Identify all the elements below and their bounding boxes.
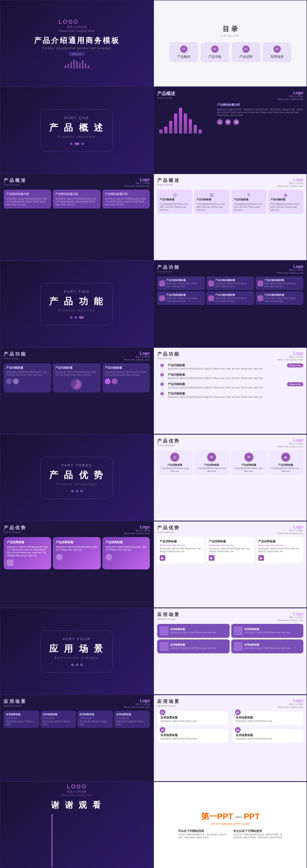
advc2-logo: Logo 置替人公司名称 Please enter company name xyxy=(277,525,303,535)
advc2-icon-2: ▶ xyxy=(209,555,214,561)
scene2-card-3: 应用场景标题 应用场景标题 请在此处录入您的文字 Please enter. xyxy=(77,711,113,728)
ov-card2-text-2: 产品功能描述内容 Please enter: other: text here.… xyxy=(196,203,227,211)
bar-5 xyxy=(76,61,78,68)
scenen-title-3: 应用场景标题 xyxy=(160,733,225,737)
brand-content: 第一PPT — PPT HTTP://WWW.1PPT.COM 可以在下列网站找… xyxy=(178,811,282,839)
scene2-logo-small: 置替人公司名称 Please enter company name xyxy=(124,703,150,708)
chart-bar-5 xyxy=(179,108,182,134)
ov-card2-4: ◈ 产品功能标题 产品功能描述内容 Please enter: other: t… xyxy=(268,190,303,214)
func1-item-5-text: 请在此处录入您的文字内容 Please enter: other text he… xyxy=(215,297,252,303)
slide-brand: 第一PPT — PPT HTTP://WWW.1PPT.COM 可以在下列网站找… xyxy=(154,782,307,868)
tl-btn-3[interactable]: Please enter xyxy=(287,382,303,386)
func1-item-6-content: 产品功能标题标题 请在此处录入您的文字内容 Please enter: othe… xyxy=(264,293,301,303)
overview-content-text: 请在此处录入您的文字内容，请在此处录入您的文字内容，请在此处录入您的文字内容，请… xyxy=(217,108,303,117)
advc1-card-3: 产品优势标题 请在此处录入您的文字内容请在此处录入您的文字 Please ent… xyxy=(102,537,150,569)
bar-9 xyxy=(88,65,89,68)
part-three-title: 产 品 优 势 xyxy=(49,469,104,481)
chart-bar-3 xyxy=(169,121,172,134)
tl-title-2: 产品功能标题 xyxy=(168,373,303,377)
ty-bar-9 xyxy=(51,864,53,867)
adv-icons-grid: ◎ 产品优势标题 产品优势描述内容 Please enter: other te… xyxy=(157,450,303,475)
func1-icon-3 xyxy=(257,281,263,286)
scene1-card-1-text: 请在此处录入您的文字内容 Please enter other text. xyxy=(170,631,217,634)
advc2-section-title: 产 品 优 势 xyxy=(157,525,179,531)
scenen-num-1: 01 xyxy=(160,709,165,715)
func-tl-logo-main: Logo xyxy=(277,351,303,356)
scene2-section-sub: Application example xyxy=(4,705,25,707)
func1-item-3-text: 请在此处录入您的文字内容 Please enter: other text he… xyxy=(264,282,301,288)
slide-scene-numbered: 应 用 场 景 Application example Logo 置替人公司名称… xyxy=(154,695,307,782)
bar-8 xyxy=(85,63,86,68)
advc1-card-3-title: 产品优势标题 xyxy=(106,540,147,544)
tl-text-1: 请在此处录入您的文字内容请在此处录入您的文字 Please enter: oth… xyxy=(168,367,285,370)
ov-card-3-text: 请在此处录入您的文字内容请在此处录入您的文字内容请在此处录入您的文字内容 Ple… xyxy=(105,197,147,206)
tl-item-3: 产品功能标题 请在此处录入您的文字内容请在此处录入您的文字 Please ent… xyxy=(157,382,303,389)
func1-item-6-title: 产品功能标题标题 xyxy=(264,293,301,297)
scene1-card-3-title: 应用场景标题 xyxy=(170,643,217,647)
slides-grid: LOGO 置替人公司名称 Please enter company name 产… xyxy=(0,0,307,868)
cat-circle-1: 01 xyxy=(180,45,187,53)
advc1-section-sub: Product advantage xyxy=(4,531,25,533)
slide-function-cards2: 产 品 功 能 Product function Logo 置替人公司名称 Pl… xyxy=(0,347,154,434)
advc1-header: 产 品 优 势 Product advantage Logo 置替人公司名称 P… xyxy=(4,525,150,535)
ty-bar-6 xyxy=(51,845,53,851)
scene1-card-4-text: 请在此处录入您的文字内容 Please enter other text. xyxy=(244,647,291,650)
scene2-card-2-text: 请在此处录入您的文字 Please enter. xyxy=(43,720,74,726)
func-tl-logo-small: 置替人公司名称 Please enter company name xyxy=(277,356,303,361)
part-four-label: PART FOUR xyxy=(49,637,104,641)
func1-title-block: 产 品 功 能 Product function xyxy=(157,264,179,273)
icon-3: ◈ xyxy=(233,119,239,125)
func2-section-sub: Product function xyxy=(4,357,25,360)
thankyou-content: LOGO 置替人公司名称 Please enter company name 谢… xyxy=(51,783,102,867)
ov-card2-title-1: 产品功能标题 xyxy=(160,198,190,202)
func1-item-2-title: 产品功能标题标题 xyxy=(215,279,252,282)
scenen-header: 应 用 场 景 Application example Logo 置替人公司名称… xyxy=(157,698,303,708)
scene1-grid: 应用场景标题 请在此处录入您的文字内容 Please enter other t… xyxy=(157,624,303,653)
scene1-card-1-title: 应用场景标题 xyxy=(170,628,217,631)
scenen-section-title: 应 用 场 景 xyxy=(157,698,179,705)
timeline-container: 产品功能标题 请在此处录入您的文字内容请在此处录入您的文字 Please ent… xyxy=(157,363,303,399)
ov-card-1-text: 请在此处录入您的文字内容请在此处录入您的文字内容请在此处录入您的文字内容 Ple… xyxy=(6,197,49,206)
cat-label-1: 产品概述 xyxy=(172,54,196,59)
brand-title-text: 第一PPT xyxy=(201,811,233,822)
cover-sub-title: Product Introduction general ppt templat… xyxy=(42,47,111,50)
overview-content-area: 产品模块标题内容 请在此处录入您的文字内容，请在此处录入您的文字内容，请在此处录… xyxy=(217,103,303,136)
bar-3 xyxy=(70,62,72,68)
func2-card-1-text: 请在此处录入您的文字内容请在此处录入您的文字内容 Please enter: o… xyxy=(6,371,49,376)
scene2-card-1: 应用场景标题 应用场景标题 请在此处录入您的文字 Please enter. xyxy=(4,711,39,728)
advc1-icon-2 xyxy=(56,554,63,560)
slide-adv-cards2: 产 品 优 势 Product advantage Logo 置替人公司名称 P… xyxy=(154,521,307,608)
overview-info-header: 产品概述 Product overview Logo 置替人公司名称 Pleas… xyxy=(157,91,303,100)
scene2-card-3-sub: 应用场景标题 xyxy=(79,717,111,719)
func1-item-6-text: 请在此处录入您的文字内容 Please enter: other text he… xyxy=(264,297,301,303)
advc1-logo: Logo 置替人公司名称 Please enter company name xyxy=(124,525,150,535)
scenen-logo: Logo 置替人公司名称 Please enter company name xyxy=(277,698,303,708)
advc2-card-3-title: 产品优势标题 xyxy=(258,539,301,544)
ov-cards2-header: 产 品 概 述 Product overview Logo 置替人公司名称 Pl… xyxy=(157,177,303,187)
chart-bar-7 xyxy=(189,119,192,134)
part-three-dots xyxy=(49,490,104,492)
advc1-card-3-icon xyxy=(106,554,147,560)
dot-3 xyxy=(81,143,84,145)
ov-card-2: 产品模块标题内容 请在此处录入您的文字内容请在此处录入您的文字内容请在此处录入您… xyxy=(53,190,100,209)
overview-info-section-title: 产品概述 xyxy=(157,91,175,97)
slide-scene-cards1: 应 用 场 景 Application example Logo 置替人公司名称… xyxy=(154,608,307,695)
tl-btn-1[interactable]: Please enter xyxy=(287,363,303,367)
advc1-section-title: 产 品 优 势 xyxy=(4,525,25,531)
advc2-card-3-sub: Please enter other title here xyxy=(258,544,301,546)
advc1-card-1: 产品优势标题 请在此处录入您的文字内容请在此处录入您的文字 Please ent… xyxy=(4,537,51,569)
func1-item-1-text: 请在此处录入您的文字内容 Please enter: other text he… xyxy=(166,282,203,288)
func1-item-2-text: 请在此处录入您的文字内容 Please enter: other text he… xyxy=(215,282,252,288)
logo-sub: 置替人公司名称 xyxy=(59,25,95,29)
ov-card-1: 产品模块标题内容 请在此处录入您的文字内容请在此处录入您的文字内容请在此处录入您… xyxy=(4,190,51,209)
thankyou-bars xyxy=(51,814,102,867)
slide-part-three: PART THREE 产 品 优 势 Product advantage xyxy=(0,434,154,521)
catalog-items: 01 产品概述 02 产品功能 03 产品优势 04 应用场景 xyxy=(164,42,296,62)
scene1-logo-main: Logo xyxy=(277,612,303,616)
part-one-box: PART ONE 产 品 概 述 Product overview xyxy=(41,109,113,152)
bar-2 xyxy=(68,63,69,68)
dot-1 xyxy=(70,143,72,145)
scene1-card-2: 应用场景标题 请在此处录入您的文字内容 Please enter other t… xyxy=(231,624,304,638)
slide-part-one: PART ONE 产 品 概 述 Product overview xyxy=(0,87,154,174)
dot-t2-3 xyxy=(79,316,84,319)
